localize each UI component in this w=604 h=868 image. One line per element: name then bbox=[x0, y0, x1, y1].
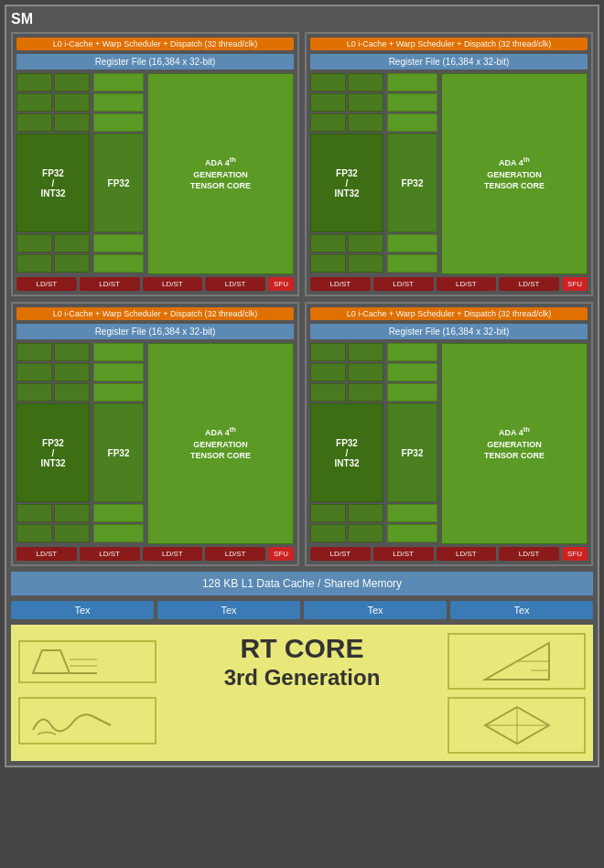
sfu-box-2: SFU bbox=[562, 277, 588, 291]
cores-area-1: FP32/INT32 FP32 ADA 4thGENERATIONTENSOR … bbox=[16, 73, 294, 274]
fp32-label-1: FP32 bbox=[93, 134, 144, 232]
reg-file-bar-1: Register File (16,384 x 32-bit) bbox=[16, 54, 294, 70]
signature-icon bbox=[24, 702, 151, 739]
reg-file-bar-2: Register File (16,384 x 32-bit) bbox=[310, 54, 588, 70]
rt-right-bottom-shape bbox=[448, 697, 586, 754]
col-tensor-3: ADA 4thGENERATIONTENSOR CORE bbox=[147, 343, 294, 544]
col-tensor-4: ADA 4thGENERATIONTENSOR CORE bbox=[441, 343, 588, 544]
tensor-label-4: ADA 4thGENERATIONTENSOR CORE bbox=[484, 425, 545, 462]
ldst-box-1-3: LD/ST bbox=[143, 277, 203, 291]
ldst-sfu-row-3: LD/ST LD/ST LD/ST LD/ST SFU bbox=[16, 547, 294, 561]
ldst-box-4-1: LD/ST bbox=[310, 547, 371, 561]
col-fp32-int-2: FP32/INT32 bbox=[310, 73, 383, 274]
col-fp32-4: FP32 bbox=[387, 343, 437, 544]
tensor-label-3: ADA 4thGENERATIONTENSOR CORE bbox=[190, 425, 251, 462]
rt-left-shapes bbox=[18, 640, 156, 683]
col-tensor-2: ADA 4thGENERATIONTENSOR CORE bbox=[441, 73, 588, 274]
sfu-box-3: SFU bbox=[268, 547, 294, 561]
rt-core-area: RT CORE 3rd Generation bbox=[11, 625, 593, 761]
ldst-sfu-row-4: LD/ST LD/ST LD/ST LD/ST SFU bbox=[310, 547, 588, 561]
cores-area-2: FP32/INT32 FP32 ADA 4thGENERATIONTENSOR … bbox=[310, 73, 588, 274]
svg-marker-0 bbox=[33, 650, 70, 673]
quadrants-grid: L0 i-Cache + Warp Scheduler + Dispatch (… bbox=[11, 32, 593, 566]
fp32-label-2: FP32 bbox=[387, 134, 437, 232]
reg-file-bar-3: Register File (16,384 x 32-bit) bbox=[16, 324, 294, 339]
rt-core-label-block: RT CORE 3rd Generation bbox=[164, 632, 440, 691]
ldst-box-2-2: LD/ST bbox=[373, 277, 434, 291]
fp32-label-3: FP32 bbox=[93, 403, 144, 502]
diamond-icon bbox=[480, 702, 554, 748]
rt-core-title-line1: RT CORE bbox=[164, 632, 440, 665]
ldst-box-2-1: LD/ST bbox=[310, 277, 371, 291]
rt-diamond-box bbox=[448, 697, 586, 754]
ldst-sfu-row-1: LD/ST LD/ST LD/ST LD/ST SFU bbox=[16, 277, 294, 291]
trapezoid-icon bbox=[24, 646, 151, 678]
ldst-box-4-4: LD/ST bbox=[499, 547, 559, 561]
ldst-box-1-1: LD/ST bbox=[16, 277, 77, 291]
rt-left-bottom-shape bbox=[18, 697, 156, 754]
col-fp32-int-4: FP32/INT32 bbox=[310, 343, 383, 544]
rt-core-top-row: RT CORE 3rd Generation bbox=[18, 632, 586, 691]
ldst-box-3-2: LD/ST bbox=[80, 547, 140, 561]
rt-signature-box bbox=[18, 697, 156, 745]
quadrant-4: L0 i-Cache + Warp Scheduler + Dispatch (… bbox=[305, 302, 593, 566]
col-fp32-int-1: FP32/INT32 bbox=[16, 73, 90, 274]
rt-core-title-line2: 3rd Generation bbox=[164, 665, 440, 691]
ldst-box-4-3: LD/ST bbox=[437, 547, 497, 561]
tensor-label-1: ADA 4thGENERATIONTENSOR CORE bbox=[190, 155, 251, 192]
fp32-int32-label-2: FP32/INT32 bbox=[310, 134, 383, 232]
tex-box-3: Tex bbox=[304, 601, 447, 619]
sfu-box-4: SFU bbox=[562, 547, 588, 561]
rt-center-bottom-space bbox=[164, 697, 440, 754]
ldst-box-3-1: LD/ST bbox=[16, 547, 77, 561]
l0-bar-2: L0 i-Cache + Warp Scheduler + Dispatch (… bbox=[310, 38, 588, 50]
col-fp32-3: FP32 bbox=[93, 343, 144, 544]
rt-right-shapes bbox=[448, 633, 586, 690]
fp32-int32-label-4: FP32/INT32 bbox=[310, 403, 383, 502]
rt-right-shape-top bbox=[448, 633, 586, 690]
l0-bar-4: L0 i-Cache + Warp Scheduler + Dispatch (… bbox=[310, 307, 588, 320]
ldst-box-1-2: LD/ST bbox=[80, 277, 140, 291]
sm-container: SM L0 i-Cache + Warp Scheduler + Dispatc… bbox=[5, 5, 599, 767]
ldst-box-3-4: LD/ST bbox=[205, 547, 265, 561]
ldst-box-1-4: LD/ST bbox=[205, 277, 265, 291]
col-fp32-1: FP32 bbox=[93, 73, 144, 274]
quadrant-2: L0 i-Cache + Warp Scheduler + Dispatch (… bbox=[305, 32, 593, 296]
ldst-box-4-2: LD/ST bbox=[373, 547, 434, 561]
tex-box-1: Tex bbox=[11, 601, 154, 619]
ldst-box-2-4: LD/ST bbox=[499, 277, 559, 291]
reg-file-bar-4: Register File (16,384 x 32-bit) bbox=[310, 324, 588, 339]
rt-left-shape-top bbox=[18, 640, 156, 683]
cores-area-4: FP32/INT32 FP32 ADA 4thGENERATIONTENSOR … bbox=[310, 343, 588, 544]
l0-bar-1: L0 i-Cache + Warp Scheduler + Dispatch (… bbox=[16, 38, 294, 50]
tex-box-2: Tex bbox=[157, 601, 300, 619]
ldst-sfu-row-2: LD/ST LD/ST LD/ST LD/ST SFU bbox=[310, 277, 588, 291]
l1-cache-bar: 128 KB L1 Data Cache / Shared Memory bbox=[11, 572, 593, 595]
cores-area-3: FP32/INT32 FP32 ADA 4thGENERATIONTENSOR … bbox=[16, 343, 294, 544]
quadrant-1: L0 i-Cache + Warp Scheduler + Dispatch (… bbox=[11, 32, 299, 296]
fp32-label-4: FP32 bbox=[387, 403, 437, 502]
ldst-box-3-3: LD/ST bbox=[143, 547, 203, 561]
rt-core-bottom-row bbox=[18, 697, 586, 754]
ldst-box-2-3: LD/ST bbox=[437, 277, 497, 291]
col-fp32-int-3: FP32/INT32 bbox=[16, 343, 90, 544]
fp32-int32-label-3: FP32/INT32 bbox=[16, 403, 90, 502]
sfu-box-1: SFU bbox=[268, 277, 294, 291]
col-fp32-2: FP32 bbox=[387, 73, 437, 274]
l0-bar-3: L0 i-Cache + Warp Scheduler + Dispatch (… bbox=[16, 307, 294, 320]
quadrant-3: L0 i-Cache + Warp Scheduler + Dispatch (… bbox=[11, 302, 299, 566]
tensor-label-2: ADA 4thGENERATIONTENSOR CORE bbox=[484, 155, 545, 192]
sm-title: SM bbox=[11, 11, 593, 27]
triangle-icon bbox=[480, 638, 554, 684]
col-tensor-1: ADA 4thGENERATIONTENSOR CORE bbox=[147, 73, 294, 274]
fp32-int32-label-1: FP32/INT32 bbox=[16, 134, 90, 232]
tex-box-4: Tex bbox=[450, 601, 593, 619]
tex-row: Tex Tex Tex Tex bbox=[11, 601, 593, 619]
